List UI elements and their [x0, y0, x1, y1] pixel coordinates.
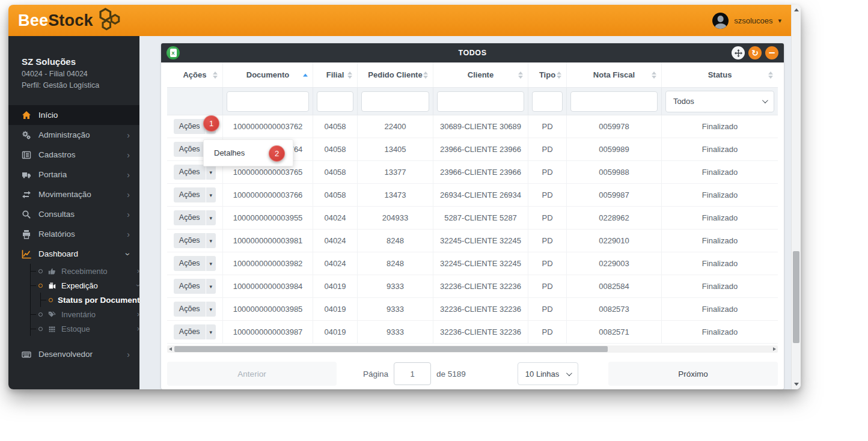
minimize-button[interactable] — [765, 46, 778, 59]
chevron-down-icon — [566, 370, 572, 376]
vertical-scrollbar[interactable] — [791, 5, 801, 389]
filter-input-filial[interactable] — [317, 91, 353, 112]
cell-pedido: 9333 — [357, 275, 433, 297]
sidebar-item-portaria[interactable]: Portaria› — [8, 165, 139, 184]
move-button[interactable] — [732, 46, 745, 59]
cell-documento: 1000000000003982 — [222, 252, 313, 275]
acoes-split-button[interactable]: Ações ▾ — [174, 256, 216, 271]
sidebar-item-cadastros[interactable]: Cadastros› — [8, 145, 139, 165]
bullet-icon — [38, 284, 43, 288]
page-size-select[interactable]: 10 Linhas — [518, 362, 578, 385]
vertical-scroll-thumb[interactable] — [793, 251, 799, 344]
filter-input-tipo[interactable] — [532, 91, 563, 112]
sidebar-subitem-estoque[interactable]: Estoque› — [31, 321, 139, 336]
scroll-down-icon[interactable] — [794, 383, 799, 386]
cell-status: Finalizado — [661, 252, 778, 275]
sidebar-subitem-recebimento[interactable]: Recebimento› — [31, 264, 139, 278]
acoes-split-button[interactable]: Ações ▾ — [174, 324, 216, 339]
filter-input-nota-fiscal[interactable] — [570, 91, 658, 112]
beestock-logo: BeeStock — [18, 8, 122, 33]
filter-input-cliente[interactable] — [437, 91, 524, 112]
col-header-acoes[interactable]: Ações — [167, 62, 222, 87]
filter-cell-tipo — [528, 88, 566, 115]
user-menu[interactable]: szsolucoes ▾ — [712, 13, 781, 29]
next-page-button[interactable]: Próximo — [608, 362, 778, 386]
bullet-icon — [49, 298, 53, 302]
acoes-split-button[interactable]: Ações ▾ — [174, 187, 216, 202]
acoes-split-button[interactable]: Ações ▾ — [174, 302, 216, 317]
cell-nota: 0082571 — [566, 321, 661, 343]
scroll-up-icon[interactable] — [794, 8, 799, 11]
acoes-split-button[interactable]: Ações ▾ — [174, 210, 216, 225]
acoes-split-button[interactable]: Ações ▾ — [174, 165, 216, 180]
filter-input-pedido-cliente[interactable] — [361, 91, 429, 112]
col-header-pedido-cliente[interactable]: Pedido Cliente — [357, 62, 433, 87]
sidebar-item-movimentacao[interactable]: Movimentação› — [8, 184, 139, 204]
previous-page-button[interactable]: Anterior — [167, 362, 337, 386]
cell-cliente: 32236-CLIENTE 32236 — [433, 275, 528, 297]
acoes-caret-button[interactable]: ▾ — [206, 302, 216, 317]
sidebar-subitem-expedicao[interactable]: Expedição› — [31, 278, 139, 293]
excel-export-button[interactable]: X — [167, 46, 180, 59]
sidebar-item-administracao[interactable]: Administração› — [8, 125, 139, 145]
table-row: Ações ▾ 100000000000398204024824832245-C… — [167, 252, 778, 275]
filter-status-select[interactable]: Todos — [665, 91, 774, 112]
cell-acoes: Ações ▾ — [167, 230, 222, 252]
page-number-input[interactable] — [394, 362, 431, 385]
chevron-right-icon: › — [127, 190, 130, 199]
acoes-caret-button[interactable]: ▾ — [206, 279, 216, 294]
cell-pedido: 13473 — [357, 184, 433, 206]
col-header-documento[interactable]: Documento — [222, 62, 313, 87]
cell-documento: 1000000000003955 — [222, 207, 313, 229]
acoes-caret-button[interactable]: ▾ — [206, 165, 216, 180]
chevron-right-icon: › — [127, 171, 130, 179]
sidebar-subitem-inventario[interactable]: Inventário› — [31, 307, 139, 321]
col-header-status[interactable]: Status — [661, 62, 778, 87]
cell-tipo: PD — [528, 275, 566, 297]
chevron-down-icon — [762, 97, 768, 103]
col-header-filial[interactable]: Filial — [313, 62, 357, 87]
cell-acoes: Ações ▾ — [167, 252, 222, 275]
box-icon — [47, 281, 57, 290]
col-header-nota-fiscal[interactable]: Nota Fiscal — [566, 62, 661, 87]
col-header-cliente[interactable]: Cliente — [433, 62, 528, 87]
scroll-left-icon[interactable] — [169, 347, 172, 351]
chart-icon — [21, 249, 31, 259]
cell-tipo: PD — [528, 252, 566, 275]
sidebar-item-inicio[interactable]: Início — [8, 105, 139, 125]
acoes-caret-button[interactable]: ▾ — [206, 324, 216, 339]
sidebar-item-desenvolvedor[interactable]: Desenvolvedor› — [8, 344, 139, 364]
cell-nota: 0082584 — [566, 275, 661, 297]
cell-filial: 04058 — [313, 115, 357, 138]
horizontal-scrollbar[interactable] — [167, 345, 778, 353]
cell-cliente: 32236-CLIENTE 32236 — [433, 321, 528, 343]
cell-tipo: PD — [528, 207, 566, 229]
acoes-caret-button[interactable]: ▾ — [206, 210, 216, 225]
scroll-right-icon[interactable] — [773, 347, 776, 351]
table-row: Ações ▾ 1000000000003766040581347326934-… — [167, 184, 778, 207]
acoes-split-button[interactable]: Ações ▾ — [174, 279, 216, 294]
horizontal-scroll-thumb[interactable] — [174, 346, 608, 352]
filter-input-documento[interactable] — [227, 91, 309, 112]
sort-icon — [518, 71, 523, 79]
col-header-tipo[interactable]: Tipo — [528, 62, 566, 87]
sidebar-item-dashboard[interactable]: Dashboard› — [8, 244, 139, 264]
sidebar-item-relatorios[interactable]: Relatórios› — [8, 224, 139, 244]
search-icon — [21, 209, 31, 219]
sort-icon — [213, 71, 218, 79]
pagination: Anterior Página de 5189 10 Linhas Próxim… — [167, 358, 778, 386]
chevron-right-icon: › — [127, 210, 130, 219]
cell-nota: 0229010 — [566, 230, 661, 252]
acoes-caret-button[interactable]: ▾ — [206, 256, 216, 271]
cell-pedido: 8248 — [357, 230, 433, 252]
sidebar-subitem-status-por-documento[interactable]: Status por Documento — [41, 293, 139, 307]
acoes-split-button[interactable]: Ações ▾ — [174, 233, 216, 248]
sidebar-item-consultas[interactable]: Consultas› — [8, 204, 139, 224]
chevron-right-icon: › — [127, 350, 130, 359]
acoes-caret-button[interactable]: ▾ — [206, 187, 216, 202]
refresh-button[interactable]: ↻ — [748, 46, 762, 59]
panel-header: X TODOS ↻ — [161, 43, 784, 62]
sidebar: SZ Soluções 04024 - Filial 04024 Perfil:… — [8, 36, 139, 389]
acoes-caret-button[interactable]: ▾ — [206, 233, 216, 248]
user-name: szsolucoes — [734, 16, 772, 25]
